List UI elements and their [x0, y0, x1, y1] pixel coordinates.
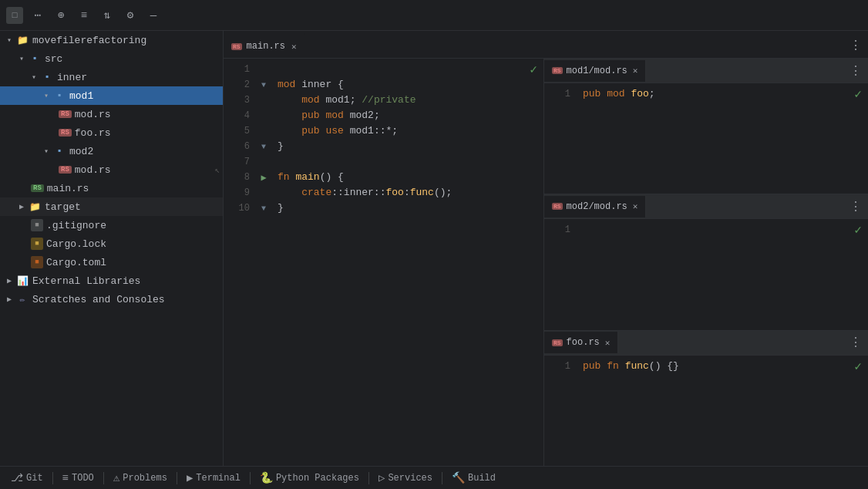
- statusbar-problems[interactable]: ⚠ Problems: [109, 467, 172, 489]
- problems-icon: ⚠: [113, 471, 119, 484]
- scratches-label: Scratches and Consoles: [32, 294, 165, 305]
- check-foo: ✓: [854, 359, 862, 374]
- statusbar-sep-6: [442, 472, 442, 484]
- tree-arrow-mod2: ▾: [40, 145, 52, 157]
- statusbar-git-label: Git: [26, 473, 43, 484]
- cargo-lock-icon: ■: [31, 238, 43, 250]
- sub-tab-more-foo[interactable]: ⋮: [843, 332, 868, 353]
- tab-main-rs[interactable]: RS main.rs ✕: [224, 33, 305, 58]
- tab-more-left[interactable]: ⋮: [843, 33, 868, 58]
- sidebar-item-scratches[interactable]: ▶ ✏ Scratches and Consoles: [0, 290, 223, 309]
- sub-tab-more-mod2[interactable]: ⋮: [843, 196, 868, 218]
- gutter-3: [256, 93, 271, 108]
- sub-tab-more-mod1[interactable]: ⋮: [843, 60, 868, 82]
- sidebar-item-cargo-toml[interactable]: ■ Cargo.toml: [0, 253, 223, 271]
- statusbar-python[interactable]: 🐍 Python Packages: [255, 467, 364, 489]
- line-numbers-foo: 1: [544, 356, 577, 466]
- sidebar-item-external-libraries[interactable]: ▶ 📊 External Libraries: [0, 271, 223, 290]
- sidebar-item-mod2[interactable]: ▾ ▪ mod2: [0, 142, 223, 160]
- line-numbers-mod1: 1: [544, 83, 577, 194]
- sidebar-item-mod1-foo-rs[interactable]: RS foo.rs: [0, 123, 223, 142]
- titlebar-btn-new[interactable]: ⊕: [52, 7, 69, 24]
- code-line-mod2-1: [583, 222, 862, 238]
- code-line-2: mod inner {: [278, 77, 537, 93]
- sub-tab-close-mod1[interactable]: ✕: [633, 66, 638, 76]
- sub-tab-mod1-mod[interactable]: RS mod1/mod.rs ✕: [544, 60, 646, 82]
- statusbar-git[interactable]: ⎇ Git: [6, 467, 48, 489]
- rs-badge-mod2-mod: RS: [59, 166, 72, 174]
- gutter-6[interactable]: ▼: [256, 139, 271, 154]
- statusbar-sep-1: [52, 472, 53, 484]
- statusbar-todo[interactable]: ≡ TODO: [58, 467, 99, 489]
- gutter-10[interactable]: ▼: [256, 201, 271, 216]
- titlebar-btn-list[interactable]: ≡: [76, 7, 93, 24]
- sidebar-item-mod2-mod-rs[interactable]: RS mod.rs ↖: [0, 160, 223, 179]
- check-mod1: ✓: [854, 86, 862, 102]
- statusbar-build[interactable]: 🔨 Build: [447, 467, 500, 489]
- sidebar-item-gitignore[interactable]: ■ .gitignore: [0, 216, 223, 234]
- gutter-8[interactable]: ▶: [256, 170, 271, 185]
- tab-close-main[interactable]: ✕: [291, 42, 297, 52]
- sub-tab-bar-foo: RS foo.rs ✕ ⋮: [544, 331, 868, 356]
- sidebar-item-mod1-mod-rs[interactable]: RS mod.rs: [0, 105, 223, 123]
- sidebar-item-cargo-lock[interactable]: ■ Cargo.lock: [0, 234, 223, 253]
- python-icon: 🐍: [260, 471, 273, 484]
- todo-icon: ≡: [62, 472, 69, 484]
- code-line-4: pub mod mod2;: [278, 108, 537, 123]
- titlebar-btn-1[interactable]: ⋯: [29, 7, 46, 24]
- code-line-5: pub use mod1::*;: [278, 123, 537, 139]
- sub-tab-bar-mod2: RS mod2/mod.rs ✕ ⋮: [544, 194, 868, 219]
- sidebar-item-main-rs[interactable]: RS main.rs: [0, 179, 223, 197]
- sub-tab-foo-label: foo.rs: [567, 337, 600, 348]
- statusbar: ⎇ Git ≡ TODO ⚠ Problems ▶ Terminal 🐍 Pyt…: [0, 466, 868, 489]
- statusbar-sep-2: [103, 472, 104, 484]
- mod1-label: mod1: [69, 90, 93, 102]
- services-icon: ▷: [378, 471, 385, 484]
- code-editor-mod1[interactable]: 1 pub mod foo; ✓: [544, 83, 868, 194]
- target-label: target: [45, 201, 81, 213]
- code-content-main[interactable]: mod inner { mod mod1; //private pub mod …: [271, 59, 543, 466]
- cargo-toml-icon: ■: [31, 256, 43, 268]
- sub-pane-foo: RS foo.rs ✕ ⋮ 1 pub fn func() {} ✓: [544, 331, 868, 466]
- gutter-2[interactable]: ▼: [256, 77, 271, 93]
- sub-pane-mod2-mod: RS mod2/mod.rs ✕ ⋮ 1 ✓: [544, 194, 868, 330]
- code-content-foo[interactable]: pub fn func() {}: [577, 356, 868, 466]
- sidebar-item-mod1[interactable]: ▾ ▪ mod1: [0, 86, 223, 105]
- titlebar-btn-settings[interactable]: ⚙: [122, 7, 139, 24]
- sidebar-item-src[interactable]: ▾ ▪ src: [0, 49, 223, 68]
- sub-tab-close-foo[interactable]: ✕: [605, 338, 611, 348]
- tree-arrow-root: ▾: [3, 34, 15, 46]
- code-line-foo-1: pub fn func() {}: [583, 359, 862, 374]
- project-sidebar: ▾ 📁 movefilerefactoring ▾ ▪ src ▾ ▪ inne…: [0, 31, 224, 466]
- code-editor-foo[interactable]: 1 pub fn func() {} ✓: [544, 356, 868, 466]
- root-folder-icon: 📁: [15, 33, 29, 47]
- main-rs-label: main.rs: [47, 183, 89, 194]
- gutter-4: [256, 108, 271, 123]
- sidebar-item-root[interactable]: ▾ 📁 movefilerefactoring: [0, 31, 223, 49]
- code-content-mod2[interactable]: [577, 219, 868, 329]
- code-line-10: }: [278, 201, 537, 216]
- tree-arrow-target: ▶: [15, 201, 28, 213]
- statusbar-services-label: Services: [388, 473, 432, 484]
- code-editor-main[interactable]: 12345 678910 ▼ ▼ ▶ ▼: [224, 59, 543, 466]
- editor-pane-right: RS mod1/mod.rs ✕ ⋮ 1 pub mod foo; ✓: [544, 59, 868, 466]
- titlebar-btn-minimize[interactable]: —: [145, 7, 162, 24]
- terminal-icon: ▶: [187, 471, 193, 484]
- tree-arrow-inner: ▾: [28, 71, 40, 83]
- sidebar-item-target[interactable]: ▶ 📁 target: [0, 197, 223, 216]
- statusbar-terminal[interactable]: ▶ Terminal: [182, 467, 245, 489]
- code-line-6: }: [278, 139, 537, 154]
- statusbar-services[interactable]: ▷ Services: [374, 467, 437, 489]
- titlebar-btn-arrows[interactable]: ⇅: [99, 7, 116, 24]
- sub-tab-mod2-mod[interactable]: RS mod2/mod.rs ✕: [544, 196, 646, 218]
- titlebar: □ ⋯ ⊕ ≡ ⇅ ⚙ —: [0, 0, 868, 31]
- build-icon: 🔨: [452, 471, 465, 484]
- code-editor-mod2[interactable]: 1 ✓: [544, 219, 868, 329]
- sub-tab-close-mod2[interactable]: ✕: [633, 201, 638, 211]
- sub-tab-foo[interactable]: RS foo.rs ✕: [544, 332, 618, 353]
- sub-tab-mod2-label: mod2/mod.rs: [567, 201, 627, 212]
- code-content-mod1[interactable]: pub mod foo;: [577, 83, 868, 194]
- sidebar-item-inner[interactable]: ▾ ▪ inner: [0, 68, 223, 86]
- statusbar-problems-label: Problems: [123, 473, 167, 484]
- left-tab-bar: RS main.rs ✕ ⋮: [224, 31, 868, 59]
